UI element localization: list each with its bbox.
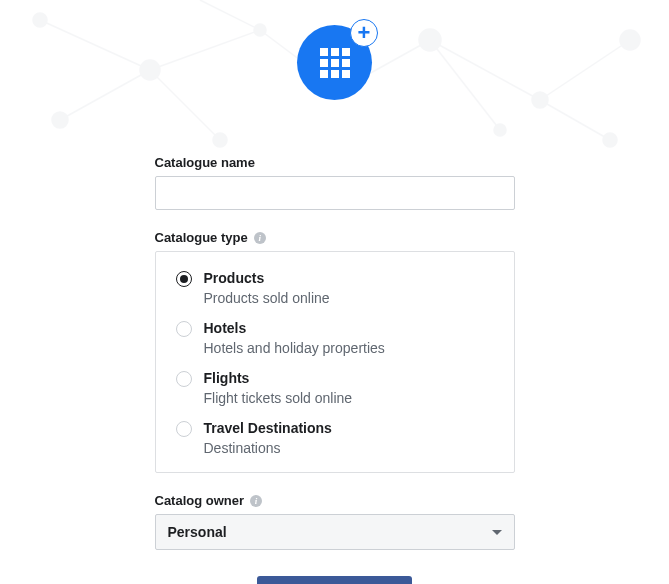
svg-line-10 bbox=[540, 100, 610, 140]
radio-desc: Flight tickets sold online bbox=[204, 390, 353, 406]
svg-rect-27 bbox=[342, 59, 350, 67]
radio-circle[interactable] bbox=[176, 421, 192, 437]
svg-rect-24 bbox=[342, 48, 350, 56]
radio-option-flights[interactable]: Flights Flight tickets sold online bbox=[176, 370, 494, 406]
radio-desc: Products sold online bbox=[204, 290, 330, 306]
svg-rect-22 bbox=[320, 48, 328, 56]
catalogue-name-label: Catalogue name bbox=[155, 155, 515, 170]
radio-desc: Hotels and holiday properties bbox=[204, 340, 385, 356]
info-icon[interactable]: i bbox=[254, 232, 266, 244]
svg-point-18 bbox=[213, 133, 227, 147]
create-catalogue-button[interactable]: Create Catalogue bbox=[257, 576, 412, 584]
catalogue-name-input[interactable] bbox=[155, 176, 515, 210]
catalog-owner-select[interactable]: Personal bbox=[155, 514, 515, 550]
radio-circle[interactable] bbox=[176, 371, 192, 387]
svg-rect-28 bbox=[320, 70, 328, 78]
catalog-circle-icon: + bbox=[297, 25, 372, 100]
svg-rect-23 bbox=[331, 48, 339, 56]
svg-rect-29 bbox=[331, 70, 339, 78]
header-icon: + bbox=[0, 0, 669, 100]
radio-option-travel-destinations[interactable]: Travel Destinations Destinations bbox=[176, 420, 494, 456]
radio-title: Flights bbox=[204, 370, 353, 386]
svg-rect-26 bbox=[331, 59, 339, 67]
svg-rect-25 bbox=[320, 59, 328, 67]
radio-title: Products bbox=[204, 270, 330, 286]
svg-rect-30 bbox=[342, 70, 350, 78]
chevron-down-icon bbox=[492, 530, 502, 535]
radio-option-hotels[interactable]: Hotels Hotels and holiday properties bbox=[176, 320, 494, 356]
plus-badge-icon: + bbox=[350, 19, 378, 47]
radio-title: Hotels bbox=[204, 320, 385, 336]
select-value: Personal bbox=[168, 524, 227, 540]
catalogue-type-label: Catalogue type i bbox=[155, 230, 515, 245]
grid-icon bbox=[318, 46, 352, 80]
catalogue-type-panel: Products Products sold online Hotels Hot… bbox=[155, 251, 515, 473]
catalog-owner-label: Catalog owner i bbox=[155, 493, 515, 508]
radio-circle[interactable] bbox=[176, 321, 192, 337]
radio-circle[interactable] bbox=[176, 271, 192, 287]
radio-title: Travel Destinations bbox=[204, 420, 332, 436]
svg-point-19 bbox=[494, 124, 506, 136]
radio-option-products[interactable]: Products Products sold online bbox=[176, 270, 494, 306]
svg-point-21 bbox=[603, 133, 617, 147]
info-icon[interactable]: i bbox=[250, 495, 262, 507]
svg-point-20 bbox=[52, 112, 68, 128]
radio-desc: Destinations bbox=[204, 440, 332, 456]
